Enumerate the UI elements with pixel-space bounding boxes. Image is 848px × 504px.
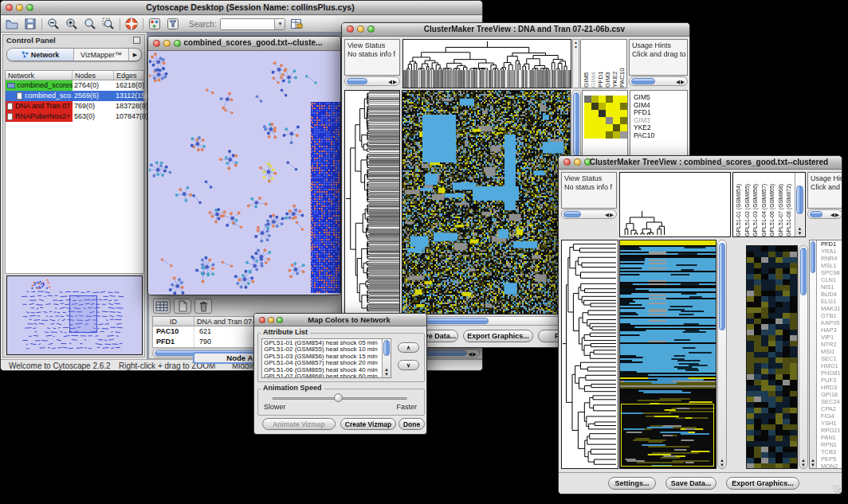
network-view-window[interactable]: combined_scores_good.txt--cluste... [147, 36, 341, 295]
gene-label[interactable]: CPA2 [819, 405, 842, 412]
gene-label[interactable]: MSL1 [819, 262, 842, 269]
network-view-titlebar[interactable]: combined_scores_good.txt--cluste... [148, 37, 340, 51]
move-up-button[interactable]: ∧ [398, 342, 419, 353]
chevron-down-icon[interactable]: ▼ [274, 19, 285, 29]
close-icon[interactable] [563, 158, 571, 166]
network-row[interactable]: RNAPuberNov2+563(0)107847(0) [6, 111, 143, 122]
gene-label[interactable]: GTB1 [819, 312, 842, 319]
gene-label[interactable]: BUD4 [819, 291, 842, 298]
tv2-row-dendrogram-canvas[interactable] [562, 240, 618, 468]
attribute-list-item[interactable]: GPL51-07 (GSM868) heat shock 60 min [262, 373, 391, 378]
column-label[interactable]: GPL51-08 (GSM872) [785, 173, 794, 236]
tv1-column-dendrogram-canvas[interactable] [403, 40, 571, 88]
gene-label[interactable]: YRA1 [819, 248, 842, 255]
close-icon[interactable] [347, 25, 354, 33]
gene-label[interactable]: KAP95 [819, 319, 842, 326]
gene-label[interactable]: HRD3 [819, 384, 842, 391]
resize-grip-icon[interactable] [833, 485, 841, 493]
zoom-fit-icon[interactable] [83, 17, 97, 31]
column-label[interactable]: GIM5 [583, 40, 590, 88]
tv1-heatmap-canvas[interactable] [402, 91, 570, 314]
tv2-column-dendrogram-panel[interactable] [619, 172, 731, 237]
create-vizmap-button[interactable]: Create Vizmap [340, 418, 396, 430]
gene-label[interactable]: HAP3 [819, 326, 842, 334]
gene-label[interactable]: PUF3 [819, 377, 842, 384]
done-button[interactable]: Done [398, 418, 425, 430]
filter-icon[interactable] [166, 17, 180, 31]
tv2-zoom-heatmap-canvas[interactable] [747, 246, 797, 468]
new-attribute-icon[interactable] [174, 299, 191, 314]
zoom-selected-icon[interactable] [101, 17, 116, 31]
minimize-icon[interactable] [574, 158, 581, 166]
vizmapper-icon[interactable] [147, 17, 162, 31]
attribute-browser-icon[interactable] [289, 17, 304, 31]
gene-label[interactable]: HMG1 [819, 362, 842, 369]
network-table-header[interactable]: Network Nodes Edges [5, 70, 144, 80]
column-label[interactable]: GPL51-02 (GSM855) [744, 173, 752, 236]
scrollbar-arrows[interactable]: ◀▶ [468, 351, 477, 357]
attribute-listbox[interactable]: GPL51-01 (GSM854) heat shock 05 minGPL51… [261, 338, 391, 378]
search-combo[interactable]: ▼ [220, 18, 285, 30]
minimize-icon[interactable] [357, 25, 364, 33]
gene-label[interactable]: MAK31 [819, 305, 842, 312]
gene-label[interactable]: MON2 [819, 463, 842, 469]
tv2-row-dendrogram-panel[interactable] [561, 240, 618, 469]
tv2-hints-scrollbar[interactable]: ◀▶ [807, 209, 842, 219]
tv1-similarity-matrix-canvas[interactable] [584, 96, 627, 139]
gene-label[interactable]: MSI1 [819, 348, 842, 355]
tv2-export-graphics-button[interactable]: Export Graphics... [726, 477, 799, 490]
gene-label[interactable]: PAN1 [819, 434, 842, 441]
tv2-column-labels-scrollbar[interactable]: ▲▼ [795, 173, 804, 236]
close-icon[interactable] [259, 317, 265, 323]
tv2-settings-button[interactable]: Settings... [608, 477, 656, 490]
tv1-export-graphics-button[interactable]: Export Graphics... [463, 330, 533, 342]
gene-label[interactable]: CLN1 [819, 276, 842, 283]
gene-label[interactable]: RPN1 [819, 441, 842, 448]
tv1-column-tree-arrows[interactable]: ▲▼ [572, 39, 579, 88]
gene-label[interactable]: GPI16 [819, 391, 842, 398]
column-label[interactable]: YKE2 [611, 40, 618, 88]
tv2-zoom-vscrollbar[interactable]: ▲▼ [799, 245, 808, 469]
column-label[interactable]: GPL51-07 (GSM868) [777, 173, 786, 236]
column-label[interactable]: GIM3 [604, 40, 611, 88]
gene-label[interactable]: ELG1 [819, 298, 842, 305]
gene-label[interactable]: TCB3 [819, 448, 842, 455]
treeview1-titlebar[interactable]: ClusterMaker TreeView : DNA and Tran 07-… [342, 23, 689, 37]
tab-overflow-arrow[interactable]: ▶ [129, 49, 141, 61]
scrollbar-thumb[interactable] [796, 186, 803, 214]
column-label[interactable]: GPL51-06 (GSM865) [768, 173, 777, 236]
move-down-button[interactable]: ∨ [398, 360, 419, 370]
dialog-titlebar[interactable]: Map Colors to Network [254, 314, 426, 326]
gene-label[interactable]: SPC98 [819, 269, 842, 276]
tv1-status-scrollbar[interactable]: ◀▶ [344, 76, 400, 86]
map-colors-dialog[interactable]: Map Colors to Network Attribute List GPL… [253, 313, 427, 435]
scrollbar-thumb[interactable] [347, 78, 367, 84]
minimize-icon[interactable] [163, 40, 171, 47]
column-label[interactable]: PFD1 [597, 40, 604, 88]
tv2-gene-list-scrollbar[interactable]: ▲▼ [810, 240, 817, 468]
save-icon[interactable] [23, 17, 37, 31]
tv1-column-dendrogram-panel[interactable] [402, 39, 571, 88]
gene-label[interactable]: RNR4 [819, 255, 842, 262]
attribute-grid-icon[interactable] [153, 299, 171, 314]
gene-label[interactable]: NIS1 [819, 283, 842, 291]
network-row[interactable]: DNA and Tran 07769(0)183728(0) [6, 101, 143, 111]
scrollbar-arrows[interactable]: ◀▶ [605, 212, 614, 218]
scrollbar-arrows[interactable]: ▲▼ [383, 367, 391, 377]
network-overview-canvas[interactable] [7, 276, 142, 354]
tv2-heatmap-vscrollbar[interactable]: ▲▼ [717, 240, 727, 469]
gene-label[interactable]: PFD1 [819, 240, 842, 248]
gene-label[interactable]: RPO21 [819, 427, 842, 434]
network-row[interactable]: combined_scores2764(0)16218(0) [6, 80, 143, 91]
network-canvas[interactable] [149, 51, 341, 295]
search-input[interactable] [221, 19, 274, 29]
tv2-zoom-heatmap-panel[interactable] [746, 245, 798, 469]
column-label[interactable]: PAC10 [618, 40, 626, 88]
tv1-row-dendrogram-canvas[interactable] [345, 91, 399, 314]
zoom-out-icon[interactable] [46, 17, 61, 31]
zoom-in-icon[interactable] [65, 17, 79, 31]
close-icon[interactable] [6, 4, 13, 11]
tv1-hints-scrollbar[interactable]: ◀▶ [629, 76, 688, 86]
network-overview-panel[interactable] [6, 275, 143, 355]
scrollbar-thumb[interactable] [573, 92, 579, 156]
